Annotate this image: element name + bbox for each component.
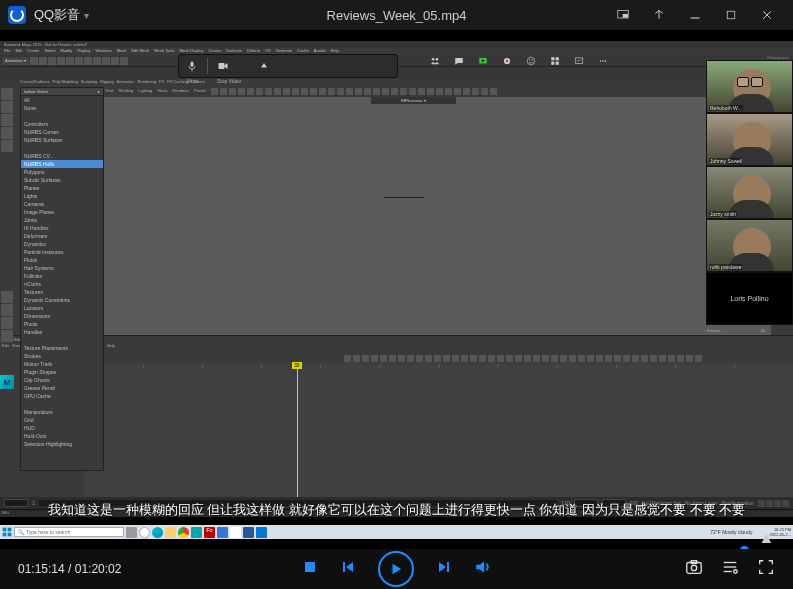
snapshot-button[interactable] [685,558,703,580]
webcam-tile[interactable]: Jozzy smith [706,166,793,219]
pip-button[interactable] [605,0,641,30]
viewport-icon[interactable] [292,88,299,95]
graph-toolbar-icon[interactable] [416,355,423,362]
iso-menu-item[interactable]: Strokes [21,352,103,360]
mic-icon[interactable] [185,59,199,73]
viewport-icon[interactable] [328,88,335,95]
iso-menu-item[interactable]: Clip Ghosts [21,376,103,384]
maximize-button[interactable] [713,0,749,30]
viewport-icon[interactable] [238,88,245,95]
shelf-tab[interactable]: Poly Modeling [53,79,78,87]
viewport-icon[interactable] [400,88,407,95]
participants-icon[interactable] [430,56,440,66]
viewport-icon[interactable] [319,88,326,95]
webcam-tile[interactable]: Johnny Sowell [706,113,793,166]
graph-toolbar-icon[interactable] [605,355,612,362]
viewport-icon[interactable] [418,88,425,95]
graph-toolbar-icon[interactable] [686,355,693,362]
show-isolate-menu[interactable]: Isolate Select▸ AllNone ControllersNURBS… [20,87,104,471]
graph-toolbar-icon[interactable] [425,355,432,362]
iso-menu-item[interactable]: Joints [21,216,103,224]
graph-toolbar-icon[interactable] [650,355,657,362]
prev-button[interactable] [340,559,356,579]
chat-icon[interactable] [454,56,464,66]
graph-toolbar-icon[interactable] [497,355,504,362]
viewport-icon[interactable] [256,88,263,95]
iso-menu-item[interactable]: Grid [21,416,103,424]
apps-icon[interactable] [550,56,560,66]
iso-menu-item[interactable] [21,144,103,152]
taskbar-search[interactable]: 🔍Type here to search [14,527,124,537]
viewport-icon[interactable] [445,88,452,95]
maya-viewport[interactable]: ViewShadingLightingShowRendererPanels RE… [104,87,771,335]
graph-toolbar-icon[interactable] [470,355,477,362]
iso-menu-item[interactable]: All [21,96,103,104]
iso-menu-item[interactable]: Planes [21,184,103,192]
viewport-icon[interactable] [355,88,362,95]
viewport-icon[interactable] [427,88,434,95]
graph-toolbar-icon[interactable] [524,355,531,362]
shelf-tab[interactable]: Sculpting [81,79,97,87]
iso-menu-item[interactable]: Pivots [21,320,103,328]
share-screen-icon[interactable] [478,56,488,66]
calendar-icon[interactable] [217,527,228,538]
iso-menu-item[interactable]: HUD [21,424,103,432]
layout-icon[interactable] [1,304,13,316]
iso-menu-item[interactable]: Grease Pencil [21,384,103,392]
up-arrow-icon[interactable] [257,59,271,73]
graph-toolbar-icon[interactable] [659,355,666,362]
viewport-icon[interactable] [301,88,308,95]
iso-menu-item[interactable]: Dynamics [21,240,103,248]
viewport-menu-item[interactable]: Show [157,88,167,96]
next-button[interactable] [436,559,452,579]
viewport-icon[interactable] [436,88,443,95]
select-tool-icon[interactable] [1,88,13,100]
webcam-tile[interactable]: Loris Pollino [706,272,793,325]
playlist-button[interactable] [721,558,739,580]
graph-playhead[interactable] [297,363,298,497]
camera-icon[interactable] [216,59,230,73]
webcam-tile[interactable]: Rehoboth W... [706,60,793,113]
viewport-icon[interactable] [463,88,470,95]
iso-menu-item[interactable]: Dynamic Constraints [21,296,103,304]
graph-toolbar-icon[interactable] [560,355,567,362]
graph-toolbar-icon[interactable] [614,355,621,362]
scale-tool-icon[interactable] [1,140,13,152]
viewport-icon[interactable] [382,88,389,95]
move-tool-icon[interactable] [1,114,13,126]
iso-menu-item[interactable]: Follicles [21,272,103,280]
iso-menu-item[interactable]: nCloths [21,280,103,288]
graph-toolbar-icon[interactable] [380,355,387,362]
graph-toolbar-icon[interactable] [623,355,630,362]
viewport-icon[interactable] [229,88,236,95]
shelf-icon[interactable] [66,57,74,65]
menu-item[interactable]: Modify [61,48,73,55]
lasso-tool-icon[interactable] [1,101,13,113]
shelf-icon[interactable] [84,57,92,65]
viewport-menu-item[interactable]: Panels [194,88,206,96]
iso-menu-item[interactable]: Polygons [21,168,103,176]
graph-toolbar-icon[interactable] [407,355,414,362]
viewport-icon[interactable] [472,88,479,95]
graph-toolbar-icon[interactable] [596,355,603,362]
shelf-tab[interactable]: Rendering [138,79,156,87]
iso-menu-item[interactable]: Dimensions [21,312,103,320]
viewport-icon[interactable] [409,88,416,95]
shelf-icon[interactable] [39,57,47,65]
menu-item[interactable]: Mesh Tools [154,48,174,55]
viewport-icon[interactable] [454,88,461,95]
iso-menu-item[interactable]: Subdiv Surfaces [21,176,103,184]
iso-menu-item[interactable] [21,112,103,120]
iso-menu-item[interactable]: Hold-Outs [21,432,103,440]
menu-item[interactable]: Edit [15,48,22,55]
shelf-tab[interactable]: Animation [117,79,135,87]
iso-menu-item[interactable]: Locators [21,304,103,312]
close-button[interactable] [749,0,785,30]
graph-toolbar-icon[interactable] [371,355,378,362]
viewport-icon[interactable] [364,88,371,95]
viewport-icon[interactable] [283,88,290,95]
iso-menu-item[interactable]: IK Handles [21,224,103,232]
graph-toolbar-icon[interactable] [353,355,360,362]
menu-item[interactable]: Display [77,48,90,55]
iso-menu-item[interactable]: Handles [21,328,103,336]
